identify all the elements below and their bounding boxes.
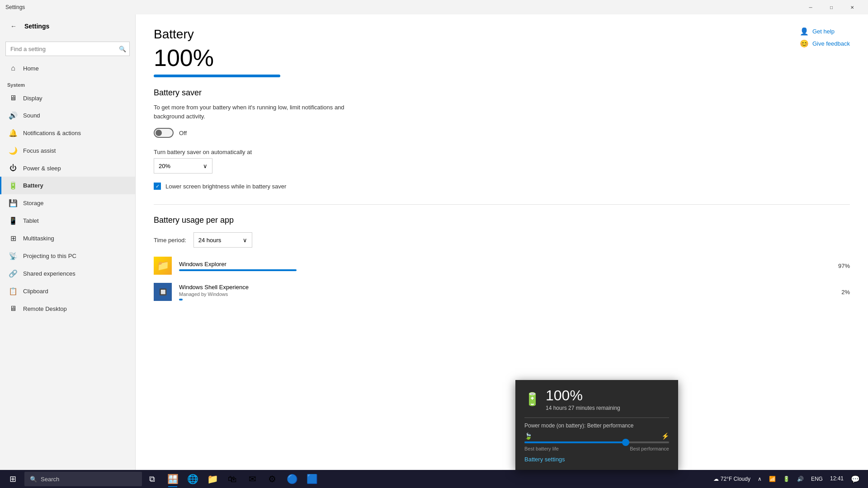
best-battery-label: Best battery life (524, 446, 559, 451)
taskbar-app-store[interactable]: 🛍 (222, 470, 242, 488)
sidebar-item-projecting[interactable]: 📡 Projecting to this PC (0, 247, 135, 265)
sidebar-item-focus[interactable]: 🌙 Focus assist (0, 142, 135, 160)
taskbar-app-windows[interactable]: 🪟 (163, 470, 183, 488)
battery-saver-toggle[interactable] (154, 128, 174, 138)
taskbar-app-explorer[interactable]: 📁 (203, 470, 222, 488)
battery-settings-link[interactable]: Battery settings (524, 456, 669, 463)
notification-center-button[interactable]: 💬 (848, 470, 863, 488)
taskbar-apps: 🪟 🌐 📁 🛍 ✉ ⚙ 🔵 🟦 (163, 470, 707, 488)
titlebar-controls: ─ □ ✕ (800, 0, 863, 14)
titlebar: Settings ─ □ ✕ (0, 0, 868, 14)
best-performance-label: Best performance (630, 446, 669, 451)
minimize-button[interactable]: ─ (800, 0, 821, 14)
brightness-checkbox[interactable] (154, 183, 161, 190)
power-slider-thumb[interactable] (622, 439, 629, 446)
storage-icon: 💾 (9, 199, 18, 207)
sidebar-item-multitasking[interactable]: ⊞ Multitasking (0, 230, 135, 247)
usage-title: Battery usage per app (154, 216, 850, 225)
search-input[interactable] (5, 42, 130, 56)
power-slider-track (524, 441, 669, 443)
taskbar-search[interactable]: 🔍 Search (24, 472, 142, 486)
sidebar-item-home[interactable]: ⌂ Home (0, 60, 135, 77)
power-slider-fill (524, 441, 626, 443)
task-view-button[interactable]: ⧉ (143, 470, 161, 488)
sidebar-item-label: Multitasking (23, 235, 54, 242)
sidebar-item-label: Storage (23, 200, 44, 206)
time-period-dropdown[interactable]: 24 hours ∨ (193, 232, 252, 248)
back-button[interactable]: ← (7, 20, 20, 33)
main-content: 👤 Get help 😊 Give feedback Battery 100% … (136, 14, 868, 470)
search-box: 🔍 (5, 42, 130, 56)
sidebar-item-notifications[interactable]: 🔔 Notifications & actions (0, 124, 135, 142)
popup-divider (524, 418, 669, 418)
weather-icon: ☁ (713, 476, 719, 482)
search-icon: 🔍 (119, 46, 126, 52)
battery-life-icon: 🍃 (524, 432, 532, 440)
taskbar-app-app1[interactable]: 🔵 (282, 470, 302, 488)
battery-percent-display: 100% (154, 45, 850, 71)
close-button[interactable]: ✕ (842, 0, 863, 14)
auto-saver-value: 20% (159, 163, 170, 169)
taskbar-app-mail[interactable]: ✉ (242, 470, 262, 488)
taskbar-app-app2[interactable]: 🟦 (302, 470, 322, 488)
popup-battery-info: 100% 14 hours 27 minutes remaining (546, 387, 620, 411)
shell-bar-row (179, 299, 825, 300)
battery-saver-title: Battery saver (154, 88, 850, 98)
sidebar-item-clipboard[interactable]: 📋 Clipboard (0, 282, 135, 300)
shell-icon: 🔲 (154, 283, 172, 301)
feedback-icon: 😊 (800, 39, 809, 48)
sidebar-item-label: Clipboard (23, 288, 48, 295)
get-help-label: Get help (812, 28, 835, 35)
battery-icon: 🔋 (9, 181, 18, 190)
power-slider-icons: 🍃 ⚡ (524, 432, 669, 440)
shell-bar (179, 299, 183, 300)
app-usage-shell: 🔲 Windows Shell Experience Managed by Wi… (154, 283, 850, 301)
explorer-icon: 📁 (154, 257, 172, 275)
hidden-icons-button[interactable]: ∧ (755, 475, 764, 483)
chevron-down-icon: ∨ (203, 163, 208, 169)
sidebar-item-label: Projecting to this PC (23, 253, 76, 259)
power-slider-labels: Best battery life Best performance (524, 446, 669, 451)
sidebar-item-storage[interactable]: 💾 Storage (0, 194, 135, 212)
sidebar-item-label: Focus assist (23, 147, 56, 154)
auto-saver-label: Turn battery saver on automatically at (154, 149, 850, 155)
time-period-value: 24 hours (198, 237, 222, 244)
time-chevron-icon: ∨ (243, 237, 247, 244)
taskbar: ⊞ 🔍 Search ⧉ 🪟 🌐 📁 🛍 ✉ ⚙ 🔵 🟦 ☁ 72°F Clou… (0, 470, 868, 488)
sidebar-item-label: Display (23, 95, 42, 102)
maximize-button[interactable]: □ (821, 0, 842, 14)
feedback-link[interactable]: 😊 Give feedback (800, 39, 850, 48)
power-mode-label: Power mode (on battery): Better performa… (524, 422, 669, 429)
clipboard-icon: 📋 (9, 287, 18, 296)
battery-saver-desc: To get more from your battery when it's … (154, 103, 353, 121)
shell-percent: 2% (832, 289, 850, 296)
app-usage-explorer: 📁 Windows Explorer 97% (154, 257, 850, 275)
battery-saver-toggle-row: Off (154, 128, 850, 138)
weather-widget[interactable]: ☁ 72°F Cloudy (711, 475, 753, 483)
start-button[interactable]: ⊞ (2, 470, 24, 488)
explorer-name: Windows Explorer (179, 261, 825, 267)
explorer-percent: 97% (832, 263, 850, 269)
sidebar-item-sound[interactable]: 🔊 Sound (0, 107, 135, 124)
popup-battery-icon: 🔋 (524, 392, 540, 407)
language-indicator[interactable]: ENG (808, 475, 826, 483)
sidebar-item-shared[interactable]: 🔗 Shared experiences (0, 265, 135, 282)
taskbar-app-settings[interactable]: ⚙ (262, 470, 282, 488)
taskbar-app-edge[interactable]: 🌐 (183, 470, 203, 488)
brightness-checkbox-row: Lower screen brightness while in battery… (154, 183, 850, 190)
sidebar-item-tablet[interactable]: 📱 Tablet (0, 212, 135, 230)
taskbar-battery-icon[interactable]: 🔋 (780, 475, 793, 483)
network-icon[interactable]: 📶 (766, 475, 778, 483)
display-icon: 🖥 (9, 94, 18, 102)
sidebar-item-display[interactable]: 🖥 Display (0, 89, 135, 107)
sidebar-item-battery[interactable]: 🔋 Battery (0, 177, 135, 194)
sidebar-item-remote[interactable]: 🖥 Remote Desktop (0, 300, 135, 317)
auto-saver-dropdown[interactable]: 20% ∨ (154, 158, 212, 174)
sidebar-item-label: Remote Desktop (23, 305, 67, 312)
popup-time-remaining: 14 hours 27 minutes remaining (546, 405, 620, 411)
time-period-row: Time period: 24 hours ∨ (154, 232, 850, 248)
sidebar-item-power[interactable]: ⏻ Power & sleep (0, 160, 135, 177)
get-help-link[interactable]: 👤 Get help (800, 27, 850, 36)
clock[interactable]: 12:41 (827, 474, 846, 483)
volume-icon[interactable]: 🔊 (794, 475, 807, 483)
